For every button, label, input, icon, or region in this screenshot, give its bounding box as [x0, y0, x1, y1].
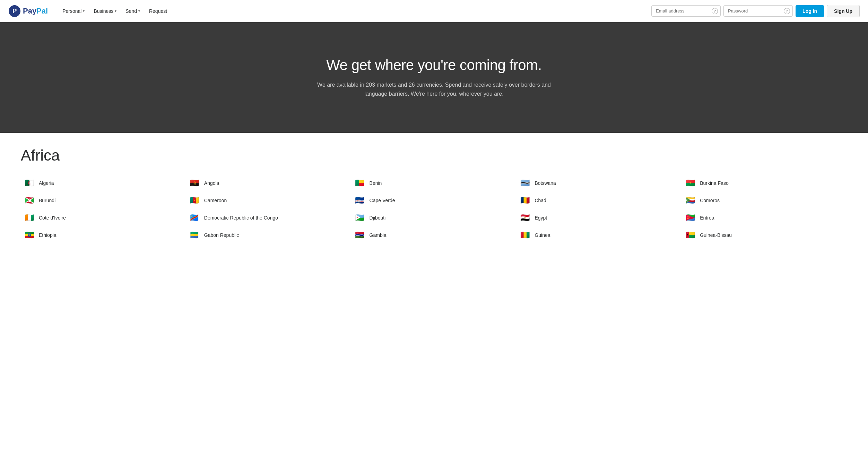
flag-icon: 🇬🇼 — [685, 231, 696, 239]
main-content: Africa 🇩🇿Algeria🇦🇴Angola🇧🇯Benin🇧🇼Botswan… — [0, 133, 868, 258]
list-item[interactable]: 🇨🇩Democratic Republic of the Congo — [186, 209, 351, 226]
list-item[interactable]: 🇦🇴Angola — [186, 174, 351, 192]
region-title-africa: Africa — [21, 147, 847, 164]
flag-icon: 🇧🇫 — [685, 179, 696, 187]
logo[interactable]: P PayPal — [8, 5, 48, 17]
paypal-logo-icon: P — [8, 5, 21, 17]
flag-icon: 🇧🇼 — [519, 179, 530, 187]
list-item[interactable]: 🇧🇼Botswana — [517, 174, 682, 192]
email-input-wrap: ? — [651, 5, 721, 17]
africa-section: Africa 🇩🇿Algeria🇦🇴Angola🇧🇯Benin🇧🇼Botswan… — [21, 147, 847, 244]
list-item[interactable]: 🇨🇻Cape Verde — [351, 192, 517, 209]
country-name: Democratic Republic of the Congo — [204, 215, 278, 221]
flag-icon: 🇦🇴 — [189, 179, 200, 187]
country-name: Botswana — [535, 180, 556, 186]
header-auth-area: ? ? Log In Sign Up — [651, 5, 860, 17]
list-item[interactable]: 🇩🇿Algeria — [21, 174, 186, 192]
main-nav: Personal ▾ Business ▾ Send ▾ Request — [59, 6, 651, 17]
list-item[interactable]: 🇬🇳Guinea — [517, 226, 682, 244]
hero-subtext: We are available in 203 markets and 26 c… — [313, 80, 555, 98]
site-header: P PayPal Personal ▾ Business ▾ Send ▾ Re… — [0, 0, 868, 22]
flag-icon: 🇨🇮 — [24, 214, 35, 222]
country-name: Djibouti — [370, 215, 386, 221]
list-item[interactable]: 🇪🇷Eritrea — [682, 209, 847, 226]
country-name: Guinea — [535, 232, 550, 238]
country-name: Cape Verde — [370, 197, 395, 204]
flag-icon: 🇪🇬 — [519, 214, 530, 222]
country-name: Eritrea — [700, 215, 714, 221]
list-item[interactable]: 🇬🇼Guinea-Bissau — [682, 226, 847, 244]
nav-request[interactable]: Request — [146, 6, 171, 17]
country-name: Comoros — [700, 197, 720, 204]
password-input-wrap: ? — [723, 5, 793, 17]
flag-icon: 🇬🇲 — [354, 231, 365, 239]
list-item[interactable]: 🇧🇫Burkina Faso — [682, 174, 847, 192]
flag-icon: 🇧🇯 — [354, 179, 365, 187]
nav-business[interactable]: Business ▾ — [90, 6, 120, 17]
flag-icon: 🇨🇲 — [189, 197, 200, 204]
list-item[interactable]: 🇪🇹Ethiopia — [21, 226, 186, 244]
flag-icon: 🇧🇮 — [24, 197, 35, 204]
country-name: Ethiopia — [39, 232, 57, 238]
country-name: Burkina Faso — [700, 180, 728, 186]
flag-icon: 🇩🇿 — [24, 179, 35, 187]
country-name: Benin — [370, 180, 382, 186]
country-name: Angola — [204, 180, 219, 186]
country-name: Cameroon — [204, 197, 227, 204]
nav-personal[interactable]: Personal ▾ — [59, 6, 88, 17]
flag-icon: 🇹🇩 — [519, 197, 530, 204]
chevron-down-icon: ▾ — [115, 9, 116, 13]
nav-send[interactable]: Send ▾ — [122, 6, 144, 17]
country-name: Egypt — [535, 215, 547, 221]
flag-icon: 🇪🇷 — [685, 214, 696, 222]
list-item[interactable]: 🇨🇮Cote d'Ivoire — [21, 209, 186, 226]
email-input[interactable] — [651, 5, 721, 17]
chevron-down-icon: ▾ — [83, 9, 85, 13]
flag-icon: 🇬🇦 — [189, 231, 200, 239]
password-help-icon[interactable]: ? — [784, 8, 790, 14]
list-item[interactable]: 🇧🇮Burundi — [21, 192, 186, 209]
country-name: Burundi — [39, 197, 55, 204]
africa-countries-grid: 🇩🇿Algeria🇦🇴Angola🇧🇯Benin🇧🇼Botswana🇧🇫Burk… — [21, 174, 847, 244]
country-name: Cote d'Ivoire — [39, 215, 66, 221]
flag-icon: 🇰🇲 — [685, 197, 696, 204]
email-help-icon[interactable]: ? — [712, 8, 718, 14]
list-item[interactable]: 🇹🇩Chad — [517, 192, 682, 209]
hero-heading: We get where you're coming from. — [14, 57, 854, 74]
signup-button[interactable]: Sign Up — [827, 5, 860, 17]
password-input[interactable] — [723, 5, 793, 17]
svg-text:P: P — [12, 7, 17, 14]
list-item[interactable]: 🇪🇬Egypt — [517, 209, 682, 226]
flag-icon: 🇬🇳 — [519, 231, 530, 239]
flag-icon: 🇩🇯 — [354, 214, 365, 222]
list-item[interactable]: 🇬🇦Gabon Republic — [186, 226, 351, 244]
flag-icon: 🇪🇹 — [24, 231, 35, 239]
list-item[interactable]: 🇩🇯Djibouti — [351, 209, 517, 226]
login-button[interactable]: Log In — [796, 5, 824, 17]
list-item[interactable]: 🇧🇯Benin — [351, 174, 517, 192]
chevron-down-icon: ▾ — [138, 9, 140, 13]
country-name: Gabon Republic — [204, 232, 239, 238]
country-name: Gambia — [370, 232, 387, 238]
flag-icon: 🇨🇩 — [189, 214, 200, 222]
hero-section: We get where you're coming from. We are … — [0, 22, 868, 133]
country-name: Algeria — [39, 180, 54, 186]
list-item[interactable]: 🇰🇲Comoros — [682, 192, 847, 209]
country-name: Guinea-Bissau — [700, 232, 732, 238]
list-item[interactable]: 🇬🇲Gambia — [351, 226, 517, 244]
list-item[interactable]: 🇨🇲Cameroon — [186, 192, 351, 209]
flag-icon: 🇨🇻 — [354, 197, 365, 204]
country-name: Chad — [535, 197, 546, 204]
logo-text: PayPal — [23, 7, 48, 16]
